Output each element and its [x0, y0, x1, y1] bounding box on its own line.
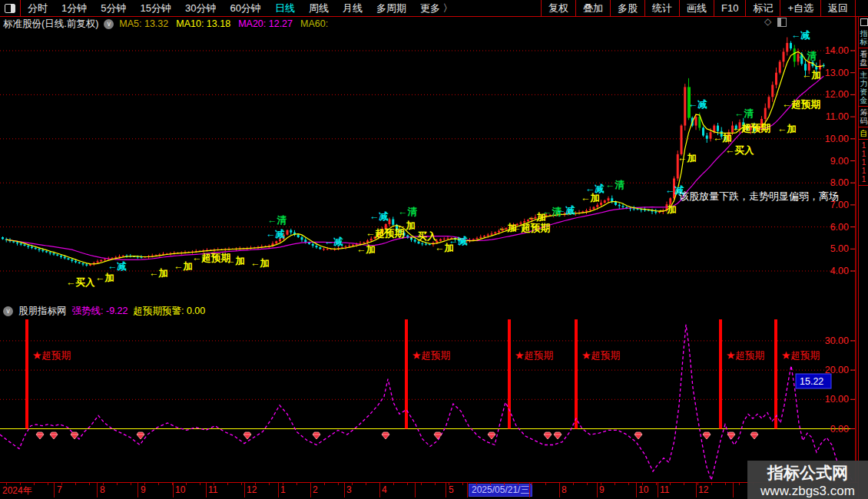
- sidebar-section-4[interactable]: 自: [859, 127, 868, 140]
- chart-label: ←加: [174, 261, 193, 272]
- candle-body: [41, 250, 44, 251]
- candle-body: [783, 51, 785, 61]
- month-label: 3: [346, 484, 352, 495]
- chart-label: 9.00: [830, 156, 849, 167]
- toolbar-button-1[interactable]: 叠加: [575, 0, 610, 16]
- toolbar-button-7[interactable]: +自选: [780, 0, 820, 16]
- strength-line-value: 强势线: -9.22: [72, 305, 128, 318]
- toolbar-button-2[interactable]: 多股: [610, 0, 644, 16]
- tab-period-0[interactable]: 分时: [21, 0, 55, 16]
- tab-period-6[interactable]: 日线: [268, 0, 302, 16]
- date-axis[interactable]: 2024年 2025/05/21/三 789101112123458910111…: [0, 482, 868, 498]
- tab-period-1[interactable]: 1分钟: [55, 0, 94, 16]
- month-label: 10: [638, 484, 648, 495]
- candle-body: [654, 212, 657, 213]
- charts-canvas[interactable]: ←买入←加←减←加←加←超预期←加←加←减←清←减←加←超预期←减←加←清←买入…: [0, 0, 868, 499]
- chart-label: 4.00: [830, 266, 849, 276]
- minor-tick: [670, 483, 671, 485]
- candle-body: [637, 209, 639, 210]
- chart-label: 5.00: [830, 243, 849, 254]
- chart-label: ←超预期: [732, 123, 771, 134]
- chevron-down-icon[interactable]: ∨: [3, 306, 13, 316]
- signal-line: [508, 319, 511, 429]
- chevron-down-icon[interactable]: ∨: [104, 19, 114, 29]
- diamond-icon[interactable]: ◇: [764, 16, 771, 27]
- tab-period-7[interactable]: 周线: [302, 0, 336, 16]
- tab-period-9[interactable]: 多周期: [369, 0, 413, 16]
- diamond-marker: [554, 432, 562, 439]
- panel-split-icon[interactable]: [777, 18, 787, 27]
- sidebar-section-0[interactable]: 指标: [859, 28, 868, 48]
- candle-body: [56, 254, 58, 255]
- toolbar-button-3[interactable]: 统计: [644, 0, 679, 16]
- candle-body: [24, 245, 26, 246]
- alert-value: 超预期预警: 0.00: [133, 305, 205, 318]
- candle-body: [779, 61, 781, 72]
- layout-icon[interactable]: [0, 0, 21, 16]
- toolbar-button-0[interactable]: 复权: [541, 0, 575, 16]
- split-view-icon: [5, 4, 15, 13]
- chart-label: ←加: [356, 244, 376, 255]
- candle-body: [622, 206, 624, 207]
- toolbar-button-6[interactable]: 标记: [745, 0, 780, 16]
- tab-period-10[interactable]: 更多 〉: [413, 0, 460, 16]
- month-label: 12: [247, 484, 257, 495]
- month-label: 1: [280, 484, 286, 495]
- tab-period-3[interactable]: 15分钟: [133, 0, 177, 16]
- minor-tick: [684, 483, 684, 485]
- candle-body: [589, 210, 591, 210]
- tab-period-5[interactable]: 60分钟: [223, 0, 267, 16]
- chart-label: ←加: [250, 258, 270, 269]
- period-tabs: 分时1分钟5分钟15分钟30分钟60分钟日线周线月线多周期更多 〉: [21, 0, 460, 16]
- chart-label: ←清: [267, 215, 287, 226]
- chart-label: ←减: [791, 30, 810, 41]
- minor-tick: [421, 483, 422, 485]
- toolbar-button-4[interactable]: 画线: [679, 0, 714, 16]
- candle-body: [297, 235, 300, 237]
- chart-label: ←减: [266, 229, 285, 240]
- toolbar-button-5[interactable]: F10: [714, 0, 745, 16]
- top-toolbar: 分时1分钟5分钟15分钟30分钟60分钟日线周线月线多周期更多 〉 复权叠加多股…: [0, 0, 868, 17]
- right-sidebar-tabs[interactable]: 指标看盘主力资金筹码自11111: [858, 17, 868, 499]
- chart-label: ←加: [95, 273, 114, 283]
- ma-item-3: MA60:: [300, 18, 328, 29]
- signal-line: [575, 319, 578, 429]
- diamond-marker: [50, 432, 58, 439]
- diamond-marker: [244, 432, 251, 439]
- minor-tick: [573, 483, 574, 485]
- minor-tick: [628, 483, 629, 485]
- candle-body: [352, 245, 354, 246]
- month-separator: [137, 483, 138, 497]
- sidebar-section-3[interactable]: 筹码: [859, 107, 868, 127]
- minor-tick: [545, 483, 546, 485]
- chart-label: 13.00: [825, 68, 849, 78]
- chart-label: ←减: [369, 211, 389, 222]
- chart-label: 10.00: [825, 134, 849, 144]
- sidebar-section-5[interactable]: 11111: [859, 140, 868, 186]
- minor-tick: [20, 483, 21, 485]
- candle-body: [681, 126, 683, 154]
- diamond-marker: [750, 432, 758, 439]
- toolbar-button-8[interactable]: 返回: [820, 0, 856, 16]
- candle-body: [363, 243, 365, 243]
- candle-body: [684, 87, 686, 125]
- chart-label: 8.00: [830, 177, 849, 188]
- candle-body: [326, 249, 329, 250]
- minor-tick: [711, 483, 712, 485]
- candle-body: [425, 244, 427, 245]
- candle-body: [97, 261, 99, 263]
- chart-label: 14.00: [825, 45, 849, 56]
- candle-body: [12, 241, 15, 242]
- candle-body: [312, 244, 314, 246]
- sidebar-section-2[interactable]: 主力资金: [859, 69, 868, 107]
- candle-body: [491, 233, 493, 234]
- sidebar-section-1[interactable]: 看盘: [859, 48, 868, 69]
- candle-body: [608, 198, 610, 200]
- tab-period-4[interactable]: 30分钟: [178, 0, 223, 16]
- diamond-marker: [36, 432, 44, 439]
- tab-period-8[interactable]: 月线: [336, 0, 369, 16]
- chart-label: ←加: [396, 220, 416, 231]
- chart-label: ←加: [581, 193, 600, 203]
- tab-period-2[interactable]: 5分钟: [94, 0, 133, 16]
- diamond-marker: [703, 432, 711, 439]
